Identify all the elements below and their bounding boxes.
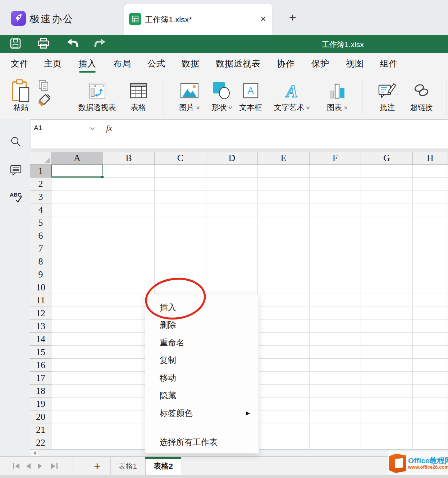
search-button[interactable] (9, 136, 22, 149)
cell-E15[interactable] (258, 346, 310, 359)
menu-tab-protect[interactable]: 保护 (311, 58, 329, 70)
cell-B6[interactable] (103, 229, 155, 242)
cell-D7[interactable] (206, 242, 258, 255)
cell-G6[interactable] (361, 229, 413, 242)
cell-F21[interactable] (310, 423, 361, 436)
prev-sheet-button[interactable] (24, 462, 33, 470)
context-menu-item-hide[interactable]: 隐藏 (145, 387, 259, 404)
cell-F19[interactable] (310, 397, 361, 410)
cell-E9[interactable] (258, 268, 310, 281)
cell-F12[interactable] (310, 307, 361, 320)
cell-D6[interactable] (206, 229, 258, 242)
cell-H21[interactable] (413, 423, 448, 436)
fill-handle[interactable] (101, 175, 104, 179)
cell-F7[interactable] (310, 242, 361, 255)
cell-F15[interactable] (310, 346, 361, 359)
cell-F4[interactable] (310, 203, 361, 216)
cell-H3[interactable] (413, 190, 448, 203)
cell-H20[interactable] (413, 410, 448, 423)
cell-B3[interactable] (103, 190, 155, 203)
cell-E17[interactable] (258, 372, 310, 385)
cell-F1[interactable] (310, 165, 361, 178)
cell-F2[interactable] (310, 178, 361, 190)
cell-F8[interactable] (310, 255, 361, 268)
cell-H5[interactable] (413, 216, 448, 229)
cell-G1[interactable] (361, 165, 413, 178)
row-header-1[interactable]: 1 (30, 165, 51, 178)
cell-H14[interactable] (413, 333, 448, 346)
row-header-22[interactable]: 22 (30, 436, 51, 449)
row-header-6[interactable]: 6 (30, 229, 51, 242)
cell-H15[interactable] (413, 346, 448, 359)
name-box-dropdown-icon[interactable] (90, 125, 95, 132)
row-header-14[interactable]: 14 (30, 333, 51, 346)
cell-A2[interactable] (51, 178, 103, 190)
cell-D3[interactable] (206, 190, 258, 203)
cell-H1[interactable] (413, 165, 448, 178)
cell-A8[interactable] (51, 255, 103, 268)
cell-E12[interactable] (258, 307, 310, 320)
cell-G11[interactable] (361, 294, 413, 307)
cell-B1[interactable] (103, 165, 155, 178)
cell-E1[interactable] (258, 165, 310, 178)
column-header-A[interactable]: A (51, 152, 103, 165)
cell-G21[interactable] (361, 423, 413, 436)
cell-C10[interactable] (155, 281, 206, 294)
cell-A14[interactable] (51, 333, 103, 346)
format-painter-button[interactable] (37, 94, 51, 107)
cell-B2[interactable] (103, 178, 155, 190)
cell-E6[interactable] (258, 229, 310, 242)
cell-G13[interactable] (361, 320, 413, 333)
add-sheet-button[interactable]: + (86, 458, 108, 475)
menu-tab-formula[interactable]: 公式 (147, 58, 165, 70)
row-header-2[interactable]: 2 (30, 178, 51, 190)
cell-E14[interactable] (258, 333, 310, 346)
row-header-9[interactable]: 9 (30, 268, 51, 281)
last-sheet-button[interactable] (50, 462, 59, 470)
row-header-12[interactable]: 12 (30, 307, 51, 320)
cell-D10[interactable] (206, 281, 258, 294)
cell-C3[interactable] (155, 190, 206, 203)
sheet-tab-2-active[interactable]: 表格2 (145, 457, 181, 475)
chart-button[interactable]: 图表∨ (312, 79, 362, 112)
app-logo[interactable] (11, 11, 26, 26)
cell-A16[interactable] (51, 359, 103, 372)
comments-panel-button[interactable] (9, 165, 22, 178)
cell-G18[interactable] (361, 385, 413, 397)
row-header-21[interactable]: 21 (30, 423, 51, 436)
cell-G3[interactable] (361, 190, 413, 203)
cell-C7[interactable] (155, 242, 206, 255)
cell-C5[interactable] (155, 216, 206, 229)
cell-H10[interactable] (413, 281, 448, 294)
next-sheet-button[interactable] (35, 462, 45, 470)
cell-A21[interactable] (51, 423, 103, 436)
fx-button[interactable]: fx (102, 121, 117, 135)
context-menu-item-delete[interactable]: 删除 (145, 316, 259, 334)
cell-H19[interactable] (413, 397, 448, 410)
cell-A5[interactable] (51, 216, 103, 229)
menu-tab-home[interactable]: 主页 (44, 58, 62, 70)
cell-G14[interactable] (361, 333, 413, 346)
cell-E5[interactable] (258, 216, 310, 229)
column-header-G[interactable]: G (361, 152, 413, 165)
row-header-4[interactable]: 4 (30, 203, 51, 216)
context-menu-item-tab-color[interactable]: 标签颜色 ▶ (145, 404, 259, 422)
cell-A17[interactable] (51, 372, 103, 385)
cell-A18[interactable] (51, 385, 103, 397)
cell-H16[interactable] (413, 359, 448, 372)
column-header-E[interactable]: E (258, 152, 310, 165)
cell-F10[interactable] (310, 281, 361, 294)
cell-E18[interactable] (258, 385, 310, 397)
redo-button[interactable] (93, 37, 108, 51)
row-header-5[interactable]: 5 (30, 216, 51, 229)
context-menu-item-rename[interactable]: 重命名 (145, 334, 259, 351)
spellcheck-button[interactable]: ABC (9, 191, 22, 204)
cell-G22[interactable] (361, 436, 413, 449)
row-header-15[interactable]: 15 (30, 346, 51, 359)
name-box[interactable]: A1 (30, 121, 102, 135)
cell-C2[interactable] (155, 178, 206, 190)
cell-F14[interactable] (310, 333, 361, 346)
cell-F17[interactable] (310, 372, 361, 385)
menu-tab-pivot[interactable]: 数据透视表 (216, 58, 261, 70)
row-header-13[interactable]: 13 (30, 320, 51, 333)
